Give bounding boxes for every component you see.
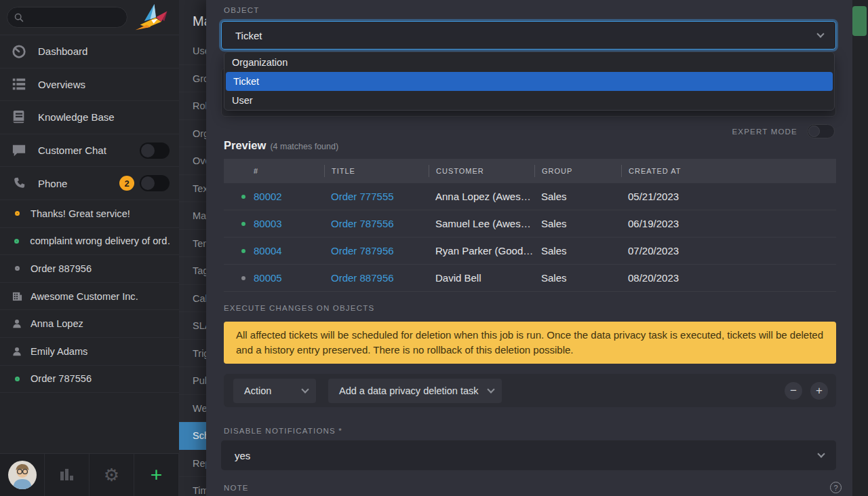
ticket-created-at: 05/21/2023 [621,191,836,202]
chevron-down-icon [301,385,309,393]
ticket-state-icon [241,276,245,280]
table-header-row: # TITLE CUSTOMER GROUP CREATED AT [224,159,836,183]
action-task-select[interactable]: Add a data privacy deletion task [328,379,502,403]
search-icon [14,13,24,22]
recent-user[interactable]: Anna Lopez [0,310,179,338]
gear-icon: ⚙ [104,466,119,484]
reports-button[interactable] [45,454,90,496]
ticket-group: Sales [534,245,621,256]
recent-label: complaint wrong delivery of ord… [30,235,171,246]
execute-changes-label: EXECUTE CHANGES ON OBJECTS [224,304,374,312]
ticket-title-link[interactable]: Order 777555 [324,191,429,202]
admin-settings-button[interactable]: ⚙ [90,454,134,496]
recent-user[interactable]: Emily Adams [0,338,179,366]
ticket-state-icon [15,211,20,216]
ticket-title-link[interactable]: Order 787956 [324,245,429,256]
new-ticket-button[interactable]: + [134,454,179,496]
table-row[interactable]: 80003 Order 787556 Samuel Lee (Aweso… Sa… [224,210,836,237]
recent-label: Order 787556 [31,373,92,384]
table-row[interactable]: 80004 Order 787956 Ryan Parker (Good … S… [224,237,836,265]
nav-label: Customer Chat [38,145,140,156]
sidebar-footer: ⚙ + [0,453,179,496]
ticket-title-link[interactable]: Order 887956 [324,272,429,284]
building-icon [12,291,22,301]
user-avatar[interactable] [0,454,45,496]
ticket-customer: Ryan Parker (Good … [429,245,534,256]
recent-label: Order 887956 [31,263,92,274]
sidebar-item-dashboard[interactable]: Dashboard [0,35,179,69]
nav-label: Phone [38,178,119,189]
col-number: # [247,167,324,175]
note-row: NOTE ? [224,482,836,493]
expert-mode-row: EXPERT MODE [732,124,835,138]
preview-title: Preview [224,139,266,151]
action-row: Action Add a data privacy deletion task … [224,374,836,407]
phone-toggle[interactable] [140,175,170,191]
ticket-number-link[interactable]: 80005 [247,272,324,284]
remove-action-button[interactable]: − [785,382,802,400]
zammad-logo[interactable] [134,3,170,32]
ticket-customer: Anna Lopez (Aweso… [429,191,534,202]
action-type-select[interactable]: Action [233,379,316,403]
user-icon [12,347,22,356]
ticket-group: Sales [534,218,621,229]
object-select[interactable]: Ticket [221,21,836,50]
recent-label: Anna Lopez [31,318,83,329]
toggle-knob [141,144,155,157]
chat-icon [10,144,28,157]
sidebar-item-customer-chat[interactable]: Customer Chat [0,134,179,168]
table-row[interactable]: 80002 Order 777555 Anna Lopez (Aweso… Sa… [224,183,836,210]
recent-ticket[interactable]: Order 787556 [0,366,179,394]
scheduler-dialog: OBJECT Ticket Organization Ticket User E… [206,0,852,496]
ticket-title-link[interactable]: Order 787556 [324,218,429,229]
recent-organization[interactable]: Awesome Customer Inc. [0,283,179,311]
col-customer: CUSTOMER [429,165,534,177]
dropdown-option-user[interactable]: User [224,91,834,110]
ticket-number-link[interactable]: 80004 [247,245,324,256]
table-row[interactable]: 80005 Order 887956 David Bell Sales 08/2… [224,265,836,292]
dashboard-icon [10,44,28,59]
ticket-customer: David Bell [429,272,534,284]
ticket-group: Sales [534,272,621,284]
recent-ticket[interactable]: Thanks! Great service! [0,200,179,228]
customer-chat-toggle[interactable] [140,142,170,159]
help-icon[interactable]: ? [830,482,842,493]
dropdown-option-ticket[interactable]: Ticket [226,72,833,91]
overviews-icon [10,77,28,92]
search-input[interactable] [28,12,116,22]
recent-ticket[interactable]: complaint wrong delivery of ord… [0,228,179,256]
recent-label: Emily Adams [31,346,87,357]
ticket-number-link[interactable]: 80002 [247,191,324,202]
disable-notifications-value: yes [235,450,818,461]
user-icon [12,319,22,328]
nav-label: Overviews [38,79,170,90]
col-title: TITLE [324,165,429,177]
expert-mode-label: EXPERT MODE [732,128,798,136]
search-box[interactable] [7,7,127,28]
chevron-down-icon [816,30,824,37]
submit-button-partial[interactable] [852,6,867,36]
ticket-state-icon [241,195,245,199]
ticket-state-icon [15,266,20,271]
phone-badge: 2 [119,176,134,191]
plus-icon: + [151,465,163,485]
ticket-number-link[interactable]: 80003 [247,218,324,229]
expert-mode-toggle[interactable] [807,124,835,138]
sidebar-item-phone[interactable]: Phone 2 [0,167,179,200]
col-group: GROUP [534,165,621,177]
disable-notifications-select[interactable]: yes [221,440,836,470]
toggle-knob [141,176,155,190]
disable-notifications-label: DISABLE NOTIFICATIONS * [224,427,342,435]
object-select-dropdown: Organization Ticket User [224,52,835,111]
object-select-value: Ticket [235,30,818,41]
sidebar-item-knowledge-base[interactable]: Knowledge Base [0,101,179,134]
nav-label: Knowledge Base [38,111,170,123]
add-action-button[interactable]: + [810,382,828,400]
dropdown-option-organization[interactable]: Organization [224,53,834,72]
bar-chart-icon [59,468,75,482]
phone-icon [10,176,28,190]
sidebar-item-overviews[interactable]: Overviews [0,69,179,102]
ticket-created-at: 08/20/2023 [621,272,836,284]
recent-ticket[interactable]: Order 887956 [0,255,179,283]
deletion-warning: All affected tickets will be scheduled f… [224,322,836,364]
